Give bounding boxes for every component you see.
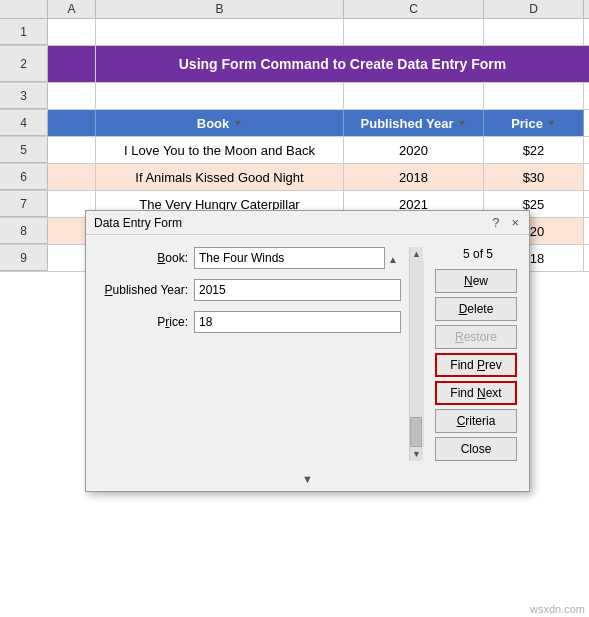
cell-book-2: If Animals Kissed Good Night xyxy=(96,164,344,190)
table-row: 5 I Love You to the Moon and Back 2020 $… xyxy=(0,137,589,164)
rownum-8: 8 xyxy=(0,218,48,244)
cell-price-1: $22 xyxy=(484,137,584,163)
dialog-help-button[interactable]: ? xyxy=(490,215,501,230)
delete-button[interactable]: Delete xyxy=(435,297,517,321)
footer-down-arrow-icon[interactable]: ▼ xyxy=(302,473,313,485)
rownum-1: 1 xyxy=(0,19,48,45)
cell-book-1: I Love You to the Moon and Back xyxy=(96,137,344,163)
row-1: 1 xyxy=(0,19,589,46)
rownum-5: 5 xyxy=(0,137,48,163)
price-field-row: Price: xyxy=(94,311,401,333)
scrollbar-track[interactable] xyxy=(410,261,424,447)
year-dropdown-icon[interactable]: ▼ xyxy=(458,118,467,128)
watermark: wsxdn.com xyxy=(530,603,585,615)
dialog-scrollbar: ▲ ▼ xyxy=(409,247,423,461)
dialog-footer: ▼ xyxy=(86,469,529,491)
dialog-controls: ? × xyxy=(490,215,521,230)
record-count: 5 of 5 xyxy=(435,247,521,261)
year-label: Published Year: xyxy=(94,283,194,297)
title-cell: Using Form Command to Create Data Entry … xyxy=(96,46,589,82)
dialog-close-icon-button[interactable]: × xyxy=(509,215,521,230)
scroll-indicator: ▲ xyxy=(385,252,401,265)
rownum-9: 9 xyxy=(0,245,48,271)
dialog-title: Data Entry Form xyxy=(94,216,182,230)
col-c-header: C xyxy=(344,0,484,18)
year-field-row: Published Year: xyxy=(94,279,401,301)
row-2: 2 Using Form Command to Create Data Entr… xyxy=(0,46,589,83)
book-dropdown-icon[interactable]: ▼ xyxy=(233,118,242,128)
cell-price-2: $30 xyxy=(484,164,584,190)
book-input[interactable] xyxy=(194,247,385,269)
find-next-button[interactable]: Find Next xyxy=(435,381,517,405)
col-headers: A B C D xyxy=(0,0,589,19)
col-price-header: Price ▼ xyxy=(484,110,584,136)
table-row: 6 If Animals Kissed Good Night 2018 $30 xyxy=(0,164,589,191)
table-header-row: 4 Book ▼ Published Year ▼ Price ▼ xyxy=(0,110,589,137)
scrollbar-up-arrow[interactable]: ▲ xyxy=(412,247,421,261)
find-prev-button[interactable]: Find Prev xyxy=(435,353,517,377)
rownum-2: 2 xyxy=(0,46,48,82)
scroll-up-icon[interactable]: ▲ xyxy=(388,254,398,265)
dialog-titlebar: Data Entry Form ? × xyxy=(86,211,529,235)
cell-year-2: 2018 xyxy=(344,164,484,190)
row-num-header xyxy=(0,0,48,18)
price-dropdown-icon[interactable]: ▼ xyxy=(547,118,556,128)
new-button[interactable]: New xyxy=(435,269,517,293)
book-label: Book: xyxy=(94,251,194,265)
year-input[interactable] xyxy=(194,279,401,301)
scrollbar-thumb[interactable] xyxy=(410,417,422,447)
col-year-header: Published Year ▼ xyxy=(344,110,484,136)
dialog-body: Book: ▲ Published Year: Price: xyxy=(86,235,529,469)
dialog-fields: Book: ▲ Published Year: Price: xyxy=(94,247,401,461)
price-label: Price: xyxy=(94,315,194,329)
price-input[interactable] xyxy=(194,311,401,333)
col-d-header: D xyxy=(484,0,584,18)
criteria-button[interactable]: Criteria xyxy=(435,409,517,433)
cell-year-1: 2020 xyxy=(344,137,484,163)
dialog-right-panel: 5 of 5 New Delete Restore Find Prev Find… xyxy=(431,247,521,461)
book-field-row: Book: ▲ xyxy=(94,247,401,269)
rownum-4: 4 xyxy=(0,110,48,136)
data-entry-form-dialog: Data Entry Form ? × Book: ▲ Published Ye… xyxy=(85,210,530,492)
col-b-header: B xyxy=(96,0,344,18)
restore-button[interactable]: Restore xyxy=(435,325,517,349)
rownum-7: 7 xyxy=(0,191,48,217)
scrollbar-down-arrow[interactable]: ▼ xyxy=(412,447,421,461)
row-3: 3 xyxy=(0,83,589,110)
rownum-3: 3 xyxy=(0,83,48,109)
col-a-header: A xyxy=(48,0,96,18)
close-button[interactable]: Close xyxy=(435,437,517,461)
col-book-header: Book ▼ xyxy=(96,110,344,136)
rownum-6: 6 xyxy=(0,164,48,190)
